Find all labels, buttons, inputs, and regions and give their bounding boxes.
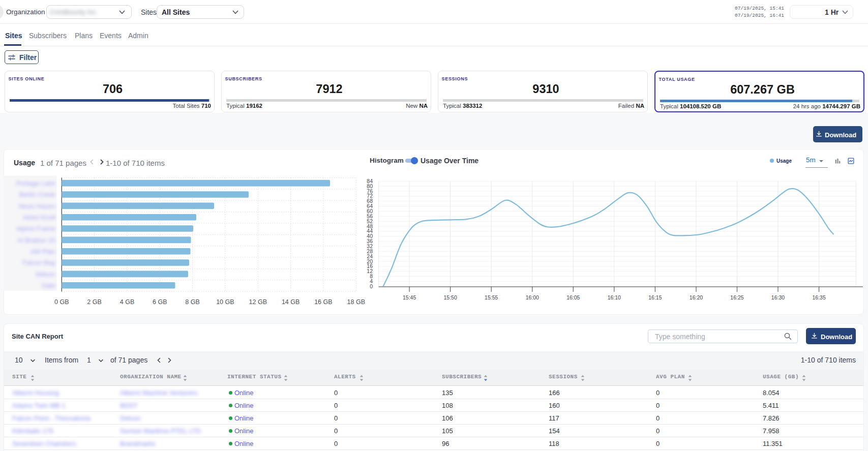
svg-text:Arbor Knoll: Arbor Knoll xyxy=(23,214,55,221)
svg-text:6 GB: 6 GB xyxy=(153,298,167,306)
svg-text:Alpine Frame: Alpine Frame xyxy=(16,225,55,232)
svg-text:Neon Hazen: Neon Hazen xyxy=(19,202,55,210)
svg-text:16:15: 16:15 xyxy=(648,294,662,300)
svg-text:0 GB: 0 GB xyxy=(54,298,69,306)
svg-text:16:05: 16:05 xyxy=(566,294,580,300)
svg-text:14 GB: 14 GB xyxy=(282,298,300,306)
svg-text:16:35: 16:35 xyxy=(812,294,825,300)
svg-text:2 GB: 2 GB xyxy=(87,298,102,306)
svg-text:84: 84 xyxy=(367,178,373,184)
svg-text:15:45: 15:45 xyxy=(403,294,416,300)
svg-text:Wilson: Wilson xyxy=(36,270,55,278)
svg-text:Portage Lake: Portage Lake xyxy=(16,179,55,187)
svg-text:15:55: 15:55 xyxy=(485,294,498,300)
svg-text:8 GB: 8 GB xyxy=(185,298,200,306)
svg-text:16:00: 16:00 xyxy=(526,294,539,300)
svg-text:AM Plan: AM Plan xyxy=(31,248,55,255)
svg-text:16:25: 16:25 xyxy=(730,294,743,300)
svg-text:10 GB: 10 GB xyxy=(216,298,234,306)
svg-text:12 GB: 12 GB xyxy=(249,298,267,306)
svg-text:16:30: 16:30 xyxy=(771,294,785,300)
svg-text:16:20: 16:20 xyxy=(690,294,703,300)
svg-text:Al Bratton 15: Al Bratton 15 xyxy=(17,236,55,244)
svg-text:4 GB: 4 GB xyxy=(120,298,135,306)
svg-text:15:50: 15:50 xyxy=(443,294,457,300)
svg-text:16 GB: 16 GB xyxy=(314,298,332,306)
svg-text:Dale: Dale xyxy=(42,282,55,289)
svg-text:Falcon Bay: Falcon Bay xyxy=(22,259,56,266)
svg-text:Berlin Creek: Berlin Creek xyxy=(19,191,55,198)
svg-text:16:10: 16:10 xyxy=(608,294,621,300)
